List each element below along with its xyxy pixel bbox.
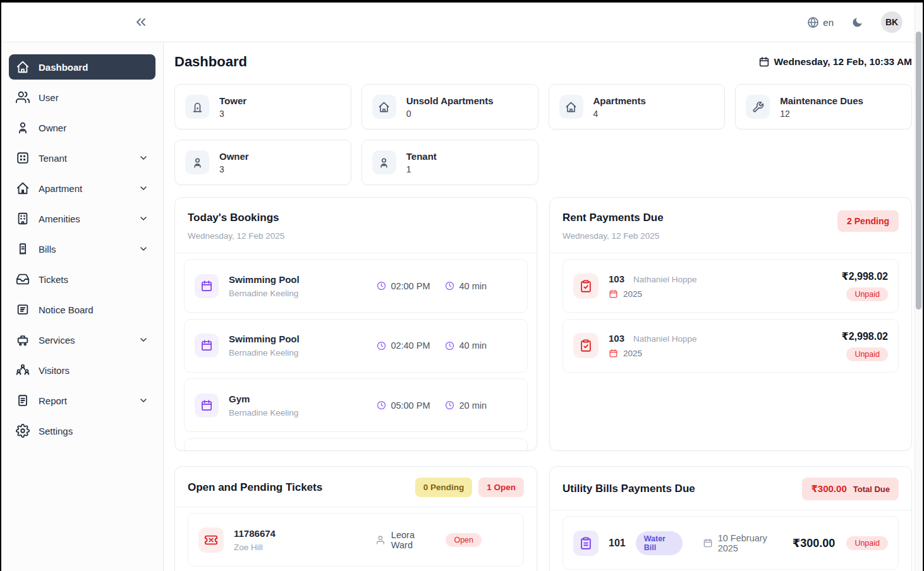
stat-icon bbox=[746, 95, 770, 119]
rent-amount: ₹2,998.02 bbox=[842, 270, 888, 282]
stat-icon bbox=[559, 95, 583, 119]
clock-icon bbox=[377, 281, 386, 291]
dark-mode-toggle[interactable] bbox=[851, 16, 863, 28]
calendar-icon bbox=[609, 349, 618, 358]
sidebar-collapse-button[interactable] bbox=[133, 15, 149, 30]
header-datetime: Wednesday, 12 Feb, 10:33 AM bbox=[758, 56, 912, 68]
status-badge: Open bbox=[446, 533, 482, 547]
booking-times: 02:40 PM 40 min bbox=[377, 340, 517, 351]
sidebar-item-icon bbox=[16, 60, 30, 74]
sidebar-item[interactable]: User bbox=[9, 85, 155, 110]
rent-unit: 103 bbox=[609, 273, 624, 284]
bookings-panel-header: Today's Bookings Wednesday, 12 Feb 2025 bbox=[175, 198, 537, 253]
sidebar-item-icon bbox=[16, 212, 30, 225]
rent-payments-panel: Rent Payments Due Wednesday, 12 Feb 2025… bbox=[549, 197, 912, 451]
sidebar-item[interactable]: Tenant bbox=[9, 145, 155, 171]
ticket-person: Zoe Hill bbox=[234, 543, 365, 552]
sidebar-item-label: Settings bbox=[39, 426, 73, 436]
sidebar-item-label: User bbox=[39, 92, 59, 103]
sidebar-item[interactable]: Visitors bbox=[9, 358, 155, 383]
booking-time: 02:40 PM bbox=[391, 340, 430, 351]
language-selector[interactable]: en bbox=[807, 16, 834, 28]
stat-label: Apartments bbox=[593, 95, 646, 106]
calendar-icon bbox=[703, 538, 713, 548]
booking-item[interactable]: Gym Bernadine Keeling 05:00 PM bbox=[184, 378, 528, 432]
sidebar-item-label: Tenant bbox=[39, 153, 67, 164]
sidebar-item[interactable]: Settings bbox=[9, 418, 155, 443]
sidebar-item[interactable]: Amenities bbox=[9, 206, 155, 231]
sidebar-item[interactable]: Notice Board bbox=[9, 297, 155, 322]
stat-label: Maintenance Dues bbox=[780, 95, 863, 106]
bookings-list[interactable]: Swimming Pool Bernadine Keeling 02:00 PM bbox=[175, 253, 537, 450]
sidebar-item-label: Owner bbox=[39, 123, 66, 133]
stat-value: 3 bbox=[219, 164, 249, 174]
calendar-icon bbox=[195, 394, 219, 418]
status-badge: Unpaid bbox=[846, 536, 888, 550]
booking-item[interactable]: Swimming Pool Bernadine Keeling 02:00 PM bbox=[184, 259, 528, 313]
sidebar-item-label: Tickets bbox=[39, 274, 68, 285]
rent-list: 103 Nathaniel Hoppe 2025 ₹2,998.02 bbox=[550, 253, 911, 450]
main-content: Dashboard Wednesday, 12 Feb, 10:33 AM To… bbox=[164, 42, 923, 571]
clock-icon bbox=[377, 400, 386, 410]
ticket-id: 11786674 bbox=[234, 528, 365, 539]
calendar-icon bbox=[195, 334, 219, 358]
utility-bill-item[interactable]: 101 Water Bill 10 February 2025 ₹300.00 … bbox=[562, 516, 899, 570]
sidebar-item-icon bbox=[16, 272, 30, 286]
bill-amount: ₹300.00 bbox=[793, 536, 836, 550]
sidebar-item[interactable]: Services bbox=[9, 327, 155, 352]
utility-bills-panel: Utility Bills Payments Due ₹300.00 Total… bbox=[549, 466, 912, 571]
sidebar: Dashboard User Owner Tenant bbox=[1, 42, 164, 571]
pending-badge: 2 Pending bbox=[837, 210, 899, 232]
rent-item[interactable]: 103 Nathaniel Hoppe 2025 ₹2,998.02 bbox=[562, 319, 899, 373]
clock-icon bbox=[445, 281, 454, 291]
panel-title: Open and Pending Tickets bbox=[188, 480, 322, 495]
booking-times: 02:00 PM 40 min bbox=[377, 281, 517, 291]
booking-duration: 40 min bbox=[459, 281, 487, 291]
scrollbar-thumb[interactable] bbox=[916, 32, 921, 310]
sidebar-item-icon bbox=[16, 242, 30, 256]
sidebar-item[interactable]: Bills bbox=[9, 236, 155, 261]
status-badge: Unpaid bbox=[846, 347, 888, 361]
chevron-down-icon bbox=[138, 153, 149, 163]
stat-card: Owner 3 bbox=[174, 140, 351, 185]
stat-value: 3 bbox=[219, 109, 246, 119]
bill-unit: 101 bbox=[609, 538, 626, 549]
panel-title: Rent Payments Due bbox=[562, 210, 664, 225]
app-window: en BK Dashboard User Owner bbox=[0, 0, 924, 571]
globe-icon bbox=[807, 16, 819, 28]
page-scrollbar[interactable] bbox=[915, 3, 923, 571]
sidebar-item[interactable]: Report bbox=[9, 388, 155, 413]
stat-icon bbox=[372, 95, 396, 119]
stat-icon bbox=[185, 95, 209, 119]
booking-name: Swimming Pool bbox=[229, 274, 300, 285]
avatar[interactable]: BK bbox=[881, 11, 903, 33]
stat-card: Apartments 4 bbox=[549, 84, 726, 129]
bill-type-badge: Water Bill bbox=[636, 531, 683, 555]
top-header: en BK bbox=[1, 3, 923, 42]
booking-item[interactable]: Swimming Pool Bernadine Keeling 02:40 PM bbox=[184, 319, 528, 373]
pending-badge: 0 Pending bbox=[415, 478, 473, 497]
booking-item[interactable] bbox=[184, 438, 528, 451]
chevron-down-icon bbox=[138, 395, 149, 406]
sidebar-item-label: Bills bbox=[39, 244, 56, 255]
ticket-icon bbox=[198, 527, 224, 553]
sidebar-item[interactable]: Apartment bbox=[9, 176, 155, 201]
rent-person: Nathaniel Hoppe bbox=[633, 275, 697, 284]
stat-value: 1 bbox=[406, 164, 437, 174]
rent-period: 2025 bbox=[623, 349, 642, 358]
sidebar-item[interactable]: Dashboard bbox=[9, 54, 155, 80]
open-badge: 1 Open bbox=[478, 478, 524, 497]
tickets-list: 11786674 Zoe Hill Leora Ward Open bbox=[175, 507, 537, 571]
sidebar-item[interactable]: Tickets bbox=[9, 267, 155, 292]
user-icon bbox=[375, 535, 386, 545]
ticket-assignee: Leora Ward bbox=[375, 530, 436, 550]
chevron-down-icon bbox=[138, 213, 149, 224]
ticket-item[interactable]: 11786674 Zoe Hill Leora Ward Open bbox=[188, 513, 524, 567]
rent-item[interactable]: 103 Nathaniel Hoppe 2025 ₹2,998.02 bbox=[562, 259, 899, 313]
sidebar-item[interactable]: Owner bbox=[9, 115, 155, 140]
panels-row-top: Today's Bookings Wednesday, 12 Feb 2025 … bbox=[174, 197, 912, 451]
booking-name: Gym bbox=[229, 394, 298, 404]
panel-subtitle: Wednesday, 12 Feb 2025 bbox=[562, 230, 664, 243]
sidebar-item-label: Notice Board bbox=[39, 304, 94, 315]
clock-icon bbox=[445, 341, 454, 351]
